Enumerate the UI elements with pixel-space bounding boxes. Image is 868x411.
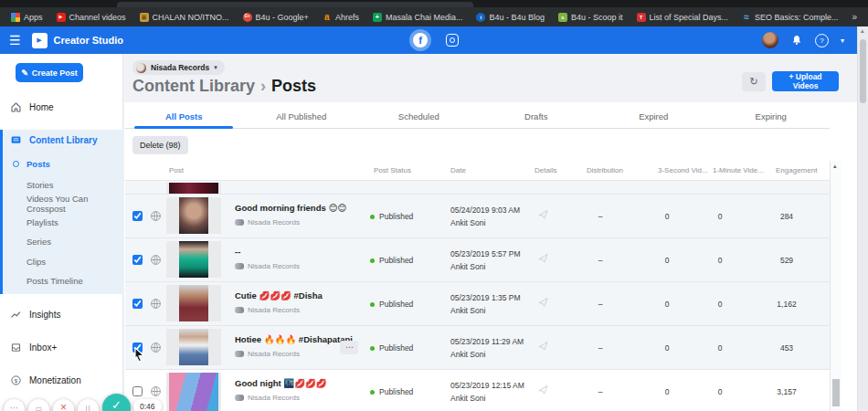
post-thumbnail[interactable]: [166, 373, 221, 411]
post-title[interactable]: Hotiee 🔥🔥🔥 #Dishapatani: [235, 334, 353, 344]
table-row[interactable]: Good morning friends 😊😊 Nisada Records P…: [125, 194, 830, 237]
sidebar-item-inbox[interactable]: Inbox+: [0, 342, 123, 353]
column-header-date[interactable]: Date: [450, 166, 466, 174]
post-page-name: Nisada Records: [248, 306, 300, 314]
post-thumbnail[interactable]: [166, 329, 221, 365]
post-thumbnail[interactable]: [166, 197, 221, 234]
boost-post-icon[interactable]: [537, 208, 549, 220]
account-menu-caret-icon[interactable]: [841, 37, 844, 45]
column-header-1-minute[interactable]: 1-Minute Vide...: [713, 166, 764, 174]
bookmarks-overflow-chevron[interactable]: »: [852, 12, 858, 22]
globe-icon[interactable]: [150, 342, 162, 353]
column-header-3-second[interactable]: 3-Second Vid...: [658, 166, 708, 174]
table-row-partial: [125, 181, 830, 194]
boost-post-icon[interactable]: [537, 340, 549, 352]
account-selector[interactable]: Nisada Records: [132, 60, 225, 75]
post-author: Ankit Soni: [450, 216, 520, 229]
browser-scrollbar-thumb[interactable]: [860, 39, 866, 103]
bookmark-masala[interactable]: Masala Chai Media...: [373, 13, 463, 22]
engagement-value: 529: [765, 256, 809, 265]
column-header-post-status[interactable]: Post Status: [374, 166, 411, 174]
bookmark-apps[interactable]: Apps: [11, 13, 43, 22]
sidebar-item-posts[interactable]: Posts: [0, 159, 123, 169]
table-scrollbar[interactable]: [830, 161, 842, 411]
table-row[interactable]: Hotiee 🔥🔥🔥 #Dishapatani Nisada Records P…: [125, 325, 830, 369]
sidebar-item-content-library[interactable]: Content Library: [0, 134, 123, 146]
globe-icon[interactable]: [150, 385, 162, 397]
bookmark-googleplus[interactable]: B4u - Google+: [243, 13, 309, 22]
refresh-button[interactable]: [742, 72, 766, 91]
post-thumbnail[interactable]: [166, 285, 221, 321]
facebook-platform-button[interactable]: [409, 29, 431, 51]
globe-icon[interactable]: [150, 254, 162, 266]
tab-all-published[interactable]: All Published: [243, 105, 361, 128]
post-title[interactable]: Cutie 💋💋💋 #Disha: [235, 290, 323, 300]
column-header-details[interactable]: Details: [535, 166, 556, 174]
bookmark-seo-basics[interactable]: SEO Basics: Comple...: [742, 13, 839, 22]
table-row[interactable]: Good night 🌃💋💋💋 Nisada Records Published…: [125, 369, 830, 411]
tab-expiring[interactable]: Expiring: [713, 105, 831, 128]
sidebar-item-playlists[interactable]: Playlists: [0, 217, 123, 227]
tab-all-posts[interactable]: All Posts: [125, 105, 243, 128]
bookmark-scoopit[interactable]: B4u - Scoop it: [558, 13, 623, 22]
user-avatar[interactable]: [762, 32, 778, 48]
table-row[interactable]: -- Nisada Records Published 05/23/2019 5…: [125, 237, 830, 281]
sidebar-item-posts-timeline[interactable]: Posts Timeline: [0, 276, 123, 286]
row-checkbox[interactable]: [132, 299, 143, 309]
boost-post-icon[interactable]: [537, 252, 549, 264]
row-checkbox[interactable]: [132, 386, 143, 396]
post-title[interactable]: Good morning friends 😊😊: [235, 203, 346, 213]
post-title[interactable]: Good night 🌃💋💋💋: [235, 378, 327, 388]
instagram-icon[interactable]: [446, 34, 459, 47]
table-scrollbar-thumb[interactable]: [832, 379, 840, 406]
notifications-bell-icon[interactable]: [790, 34, 803, 47]
bookmark-label: B4u - B4u Blog: [489, 13, 545, 22]
row-checkbox[interactable]: [132, 255, 143, 265]
sidebar-item-videos-crosspost[interactable]: Videos You Can Crosspost: [0, 194, 114, 214]
column-header-engagement[interactable]: Engagement: [776, 166, 817, 174]
sidebar-item-stories[interactable]: Stories: [0, 180, 123, 190]
boost-post-icon[interactable]: [537, 296, 549, 308]
tab-drafts[interactable]: Drafts: [478, 105, 596, 128]
creator-studio-logo[interactable]: [32, 33, 48, 48]
row-checkbox[interactable]: [132, 211, 143, 221]
delete-selected-button[interactable]: Delete (98): [132, 136, 188, 154]
bookmark-ahrefs[interactable]: Ahrefs: [323, 13, 359, 22]
account-avatar: [136, 63, 146, 73]
post-more-options-button[interactable]: [340, 341, 358, 354]
browser-scrollbar[interactable]: [857, 26, 868, 411]
distribution-value: –: [587, 212, 614, 221]
column-header-post[interactable]: Post: [169, 166, 184, 174]
bookmark-chalan[interactable]: CHALAN NO/ITNO...: [140, 13, 229, 22]
sidebar-item-home[interactable]: Home: [0, 101, 123, 113]
help-icon[interactable]: [815, 34, 829, 47]
sidebar-item-monetization[interactable]: $ Monetization: [0, 374, 123, 386]
sidebar-item-series[interactable]: Series: [0, 237, 123, 247]
bookmark-channel-videos[interactable]: Channel videos: [57, 13, 126, 22]
ahrefs-icon: [323, 13, 332, 22]
sidebar-item-insights[interactable]: Insights: [0, 309, 123, 321]
row-checkbox[interactable]: [132, 342, 143, 353]
boost-post-icon[interactable]: [537, 384, 549, 395]
published-status-dot: [370, 346, 375, 351]
column-header-distribution[interactable]: Distribution: [587, 166, 623, 174]
sidebar-item-clips[interactable]: Clips: [0, 257, 123, 267]
hamburger-menu-icon[interactable]: [9, 34, 21, 47]
table-row[interactable]: Cutie 💋💋💋 #Disha Nisada Records Publishe…: [125, 281, 830, 325]
globe-icon[interactable]: [150, 298, 162, 310]
content-library-icon: [10, 134, 22, 146]
three-second-views-value: 0: [653, 343, 681, 353]
bookmark-special-days[interactable]: List of Special Days...: [637, 13, 729, 22]
apps-grid-icon: [11, 13, 20, 22]
post-thumbnail[interactable]: [166, 241, 221, 278]
create-post-button[interactable]: Create Post: [16, 63, 83, 82]
upload-videos-button[interactable]: + Upload Videos: [772, 71, 839, 91]
globe-icon[interactable]: [150, 210, 162, 222]
bookmark-b4u-blog[interactable]: B4u - B4u Blog: [476, 13, 545, 22]
post-title[interactable]: --: [235, 247, 300, 257]
tab-scheduled[interactable]: Scheduled: [360, 105, 478, 128]
tab-expired[interactable]: Expired: [595, 105, 713, 128]
breadcrumb[interactable]: Content Library: [132, 77, 255, 95]
post-author: Ankit Soni: [450, 348, 524, 361]
gold-site-icon: [140, 13, 149, 22]
